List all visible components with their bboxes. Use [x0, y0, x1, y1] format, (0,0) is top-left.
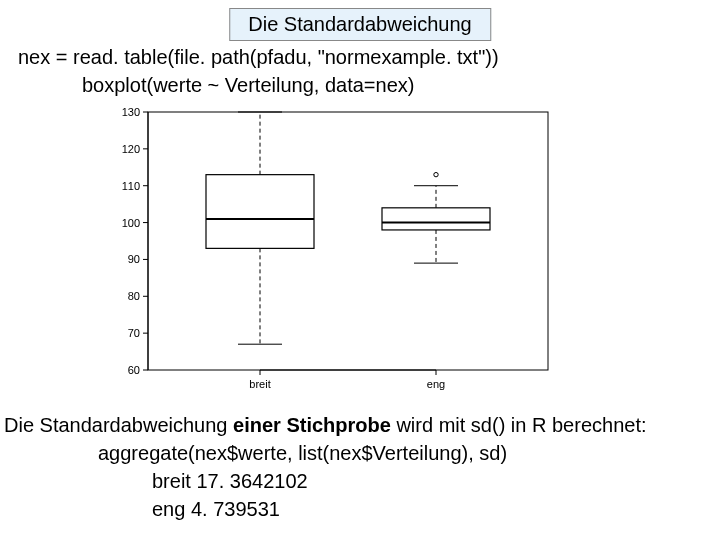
boxplot-chart: 60708090100110120130breiteng [106, 104, 550, 400]
svg-text:70: 70 [128, 327, 140, 339]
code-line-2: boxplot(werte ~ Verteilung, data=nex) [82, 74, 414, 97]
svg-text:110: 110 [122, 180, 140, 192]
svg-rect-30 [382, 208, 490, 230]
result-line-2: eng 4. 739531 [152, 498, 280, 521]
explain-1c: wird mit sd() in R berechnet: [391, 414, 647, 436]
svg-text:100: 100 [122, 217, 140, 229]
explain-line-1: Die Standardabweichung einer Stichprobe … [4, 414, 647, 437]
svg-text:60: 60 [128, 364, 140, 376]
svg-text:eng: eng [427, 378, 445, 390]
boxplot-svg: 60708090100110120130breiteng [106, 104, 550, 400]
svg-text:90: 90 [128, 253, 140, 265]
result-line-1: breit 17. 3642102 [152, 470, 308, 493]
svg-text:breit: breit [249, 378, 270, 390]
explain-1a: Die Standardabweichung [4, 414, 233, 436]
svg-text:130: 130 [122, 106, 140, 118]
explain-1b: einer Stichprobe [233, 414, 391, 436]
svg-rect-22 [206, 175, 314, 249]
svg-text:120: 120 [122, 143, 140, 155]
explain-line-2: aggregate(nex$werte, list(nex$Verteilung… [98, 442, 507, 465]
page-title: Die Standardabweichung [229, 8, 491, 41]
code-line-1: nex = read. table(file. path(pfadu, "nor… [18, 46, 499, 69]
svg-point-32 [434, 172, 438, 176]
svg-text:80: 80 [128, 290, 140, 302]
